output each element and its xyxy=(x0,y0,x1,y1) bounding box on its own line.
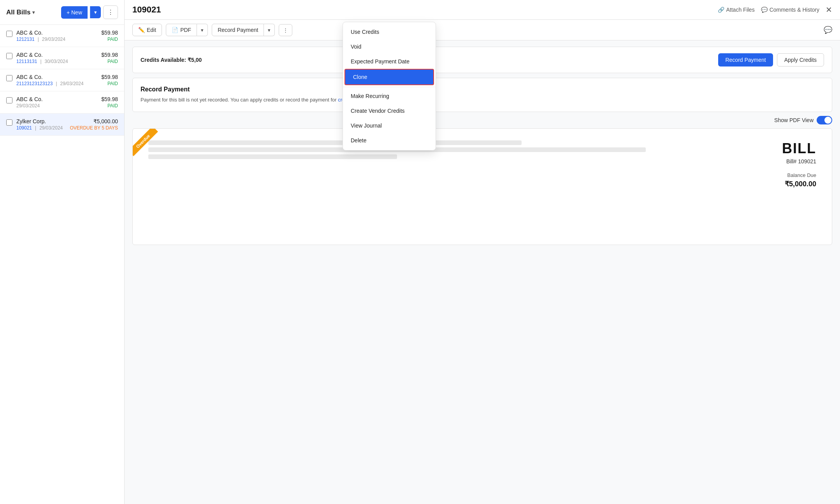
bill-list-item[interactable]: ABC & Co. 29/03/2024 $59.98 PAID xyxy=(0,91,124,114)
dropdown-item-clone[interactable]: Clone xyxy=(344,69,434,85)
bill-date: 30/03/2024 xyxy=(45,59,68,64)
bill-vendor: ABC & Co. xyxy=(16,74,97,80)
dropdown-menu: Use CreditsVoidExpected Payment DateClon… xyxy=(343,22,436,150)
show-pdf-view-label: Show PDF View xyxy=(774,117,814,123)
dropdown-item-view-journal[interactable]: View Journal xyxy=(343,118,436,133)
edit-button[interactable]: ✏️ Edit xyxy=(132,24,162,36)
chevron-down-icon: ▾ xyxy=(32,10,35,15)
bill-list-item[interactable]: Zylker Corp. 109021| 29/03/2024 ₹5,000.0… xyxy=(0,114,124,136)
blurred-line-3 xyxy=(148,154,397,159)
bill-amount: $59.98 xyxy=(101,96,118,102)
pdf-button[interactable]: 📄 PDF xyxy=(166,24,197,36)
balance-due-amount: ₹5,000.00 xyxy=(782,180,816,188)
pdf-icon: 📄 xyxy=(172,27,178,33)
bill-info: ABC & Co. 12113131| 30/03/2024 xyxy=(16,52,97,64)
bill-document-title: BILL xyxy=(782,140,816,157)
all-bills-title: All Bills xyxy=(6,9,30,16)
bill-checkbox[interactable] xyxy=(6,97,12,103)
bill-status: PAID xyxy=(101,81,118,86)
pdf-view-bar: Show PDF View xyxy=(125,112,840,128)
bill-date: 29/03/2024 xyxy=(60,81,84,86)
left-header: All Bills ▾ + New ▾ ⋮ xyxy=(0,0,124,25)
bill-amount: $59.98 xyxy=(101,52,118,58)
bill-status: PAID xyxy=(101,37,118,42)
credits-available-text: Credits Available: ₹5,00 xyxy=(141,57,202,63)
credits-buttons: Record Payment Apply Credits xyxy=(718,53,824,66)
attach-files-label: Attach Files xyxy=(726,7,755,13)
dropdown-item-delete[interactable]: Delete xyxy=(343,133,436,148)
bill-number[interactable]: 109021 xyxy=(16,125,32,131)
dropdown-item-expected-payment-date[interactable]: Expected Payment Date xyxy=(343,54,436,69)
dropdown-item-use-credits[interactable]: Use Credits xyxy=(343,24,436,39)
dropdown-item-make-recurring[interactable]: Make Recurring xyxy=(343,89,436,103)
new-button[interactable]: + New xyxy=(61,6,88,19)
left-panel: All Bills ▾ + New ▾ ⋮ ABC & Co. 1212131|… xyxy=(0,0,125,504)
blurred-line-1 xyxy=(148,140,522,145)
right-header: 109021 🔗 Attach Files 💬 Comments & Histo… xyxy=(125,0,840,20)
bill-amount-col: $59.98 PAID xyxy=(101,30,118,42)
bill-list-item[interactable]: ABC & Co. 1212131| 29/03/2024 $59.98 PAI… xyxy=(0,25,124,47)
more-options-button[interactable]: ⋮ xyxy=(103,5,118,19)
bill-status: PAID xyxy=(101,103,118,108)
bill-vendor: ABC & Co. xyxy=(16,30,97,36)
banner-record-payment-button[interactable]: Record Payment xyxy=(718,53,773,66)
record-payment-section-title: Record Payment xyxy=(141,86,824,93)
balance-due-label: Balance Due xyxy=(782,172,816,178)
record-payment-button-group: Record Payment ▾ xyxy=(212,24,275,36)
pencil-icon: ✏️ xyxy=(138,27,145,33)
bill-list-item[interactable]: ABC & Co. 21123123123123| 29/03/2024 $59… xyxy=(0,69,124,91)
bill-info: Zylker Corp. 109021| 29/03/2024 xyxy=(16,118,66,131)
new-button-arrow[interactable]: ▾ xyxy=(90,6,101,18)
record-payment-button[interactable]: Record Payment xyxy=(212,24,264,36)
chat-icon-toolbar[interactable]: 💬 xyxy=(824,26,832,34)
record-payment-arrow-button[interactable]: ▾ xyxy=(264,24,275,36)
comments-history-link[interactable]: 💬 Comments & History xyxy=(761,7,819,13)
dropdown-item-create-vendor-credits[interactable]: Create Vendor Credits xyxy=(343,103,436,118)
bill-number-title: 109021 xyxy=(132,5,161,15)
bill-info: ABC & Co. 21123123123123| 29/03/2024 xyxy=(16,74,97,86)
pdf-arrow-button[interactable]: ▾ xyxy=(197,24,208,36)
pdf-button-group: 📄 PDF ▾ xyxy=(166,24,208,36)
overdue-ribbon: Overdue xyxy=(133,129,164,160)
dropdown-item-void[interactable]: Void xyxy=(343,39,436,54)
bill-status: OVERDUE BY 5 DAYS xyxy=(70,125,118,131)
bill-list-item[interactable]: ABC & Co. 12113131| 30/03/2024 $59.98 PA… xyxy=(0,47,124,69)
dropdown-separator xyxy=(343,87,436,87)
bill-document-number: Bill# 109021 xyxy=(782,158,816,164)
bill-checkbox[interactable] xyxy=(6,119,12,126)
toolbar: ✏️ Edit 📄 PDF ▾ Record Payment ▾ ⋮ 💬 xyxy=(125,20,840,40)
attach-files-link[interactable]: 🔗 Attach Files xyxy=(718,7,755,13)
bill-amount: $59.98 xyxy=(101,74,118,80)
bill-info: ABC & Co. 1212131| 29/03/2024 xyxy=(16,30,97,42)
right-header-actions: 🔗 Attach Files 💬 Comments & History ✕ xyxy=(718,5,833,14)
bill-number[interactable]: 1212131 xyxy=(16,37,35,42)
bill-status: PAID xyxy=(101,59,118,64)
bill-amount-col: $59.98 PAID xyxy=(101,52,118,64)
comments-label: Comments & History xyxy=(770,7,819,13)
bill-number[interactable]: 12113131 xyxy=(16,59,37,64)
header-actions: + New ▾ ⋮ xyxy=(61,5,118,19)
bill-checkbox[interactable] xyxy=(6,75,12,81)
pdf-label: PDF xyxy=(180,27,191,33)
more-options-right-button[interactable]: ⋮ xyxy=(279,24,292,36)
bill-doc-content: BILL Bill# 109021 Balance Due ₹5,000.00 xyxy=(133,129,832,200)
bill-number[interactable]: 21123123123123 xyxy=(16,81,53,86)
all-bills-dropdown[interactable]: All Bills ▾ xyxy=(6,9,35,16)
bill-meta: 21123123123123| 29/03/2024 xyxy=(16,81,97,86)
bill-meta: 1212131| 29/03/2024 xyxy=(16,37,97,42)
bill-vendor: Zylker Corp. xyxy=(16,118,66,124)
overdue-ribbon-text: Overdue xyxy=(133,129,158,156)
banner-apply-credits-button[interactable]: Apply Credits xyxy=(777,53,824,66)
pdf-view-toggle[interactable] xyxy=(817,116,832,124)
bill-vendor: ABC & Co. xyxy=(16,96,97,102)
bill-checkbox[interactable] xyxy=(6,31,12,37)
right-panel: 109021 🔗 Attach Files 💬 Comments & Histo… xyxy=(125,0,840,504)
close-button[interactable]: ✕ xyxy=(826,5,832,14)
bill-list: ABC & Co. 1212131| 29/03/2024 $59.98 PAI… xyxy=(0,25,124,504)
record-payment-section: Record Payment Payment for this bill is … xyxy=(132,78,832,112)
bill-date: 29/03/2024 xyxy=(42,37,65,42)
bill-checkbox[interactable] xyxy=(6,53,12,59)
bill-amount-col: ₹5,000.00 OVERDUE BY 5 DAYS xyxy=(70,118,118,131)
bill-document: Overdue BILL Bill# 109021 Balance Due ₹5… xyxy=(132,128,832,245)
main-content: Credits Available: ₹5,00 Record Payment … xyxy=(125,40,840,504)
